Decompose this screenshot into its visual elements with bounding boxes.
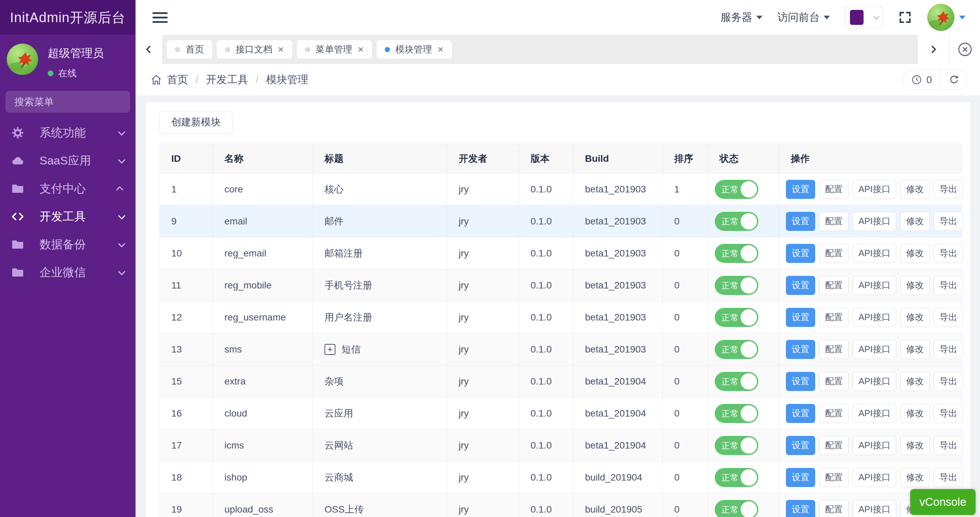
action-config-button[interactable]: 配置 [819, 372, 849, 391]
action-settings-button[interactable]: 设置 [786, 436, 815, 455]
action-api-button[interactable]: API接口 [853, 404, 896, 423]
action-settings-button[interactable]: 设置 [786, 340, 815, 359]
action-settings-button[interactable]: 设置 [786, 308, 815, 327]
status-toggle[interactable]: 正常 [715, 468, 758, 487]
tab-close-icon[interactable]: × [278, 44, 284, 54]
action-edit-button[interactable]: 修改 [900, 404, 930, 423]
status-label: 正常 [722, 248, 738, 259]
sidebar-item-enterprise-wechat[interactable]: 企业微信 [0, 259, 135, 286]
action-edit-button[interactable]: 修改 [900, 372, 930, 391]
action-export-button[interactable]: 导出 [934, 436, 963, 455]
modules-table: ID名称标题开发者版本Build排序状态操作 1core核心jry0.1.0be… [159, 144, 962, 517]
tab-close-icon[interactable]: × [438, 44, 444, 54]
action-edit-button[interactable]: 修改 [900, 340, 930, 359]
create-module-button[interactable]: 创建新模块 [159, 111, 232, 134]
action-export-button[interactable]: 导出 [934, 372, 963, 391]
action-config-button[interactable]: 配置 [819, 500, 849, 517]
cell-name: sms [213, 333, 313, 366]
action-export-button[interactable]: 导出 [934, 212, 963, 231]
breadcrumb-link[interactable]: 开发工具 [206, 73, 248, 86]
sidebar-item-saas-apps[interactable]: SaaS应用 [0, 147, 135, 175]
action-config-button[interactable]: 配置 [819, 404, 849, 423]
action-api-button[interactable]: API接口 [853, 244, 896, 263]
action-config-button[interactable]: 配置 [819, 340, 849, 359]
menu-search-input[interactable] [5, 91, 130, 113]
sidebar-item-payment-center[interactable]: 支付中心 [0, 175, 135, 203]
cell-actions: 设置配置API接口修改导出 [779, 461, 962, 493]
action-export-button[interactable]: 导出 [934, 468, 963, 487]
action-api-button[interactable]: API接口 [853, 500, 896, 517]
action-export-button[interactable]: 导出 [934, 404, 963, 423]
status-toggle[interactable]: 正常 [715, 276, 758, 295]
breadcrumb-link[interactable]: 首页 [167, 73, 188, 86]
action-edit-button[interactable]: 修改 [900, 308, 930, 327]
status-toggle[interactable]: 正常 [715, 436, 758, 455]
tabs-scroll-right-button[interactable] [918, 35, 949, 64]
action-api-button[interactable]: API接口 [853, 212, 896, 231]
status-toggle[interactable]: 正常 [715, 404, 758, 423]
tab-home[interactable]: 首页 [167, 40, 212, 59]
hamburger-menu-icon[interactable] [153, 12, 167, 23]
sidebar-item-data-backup[interactable]: 数据备份 [0, 231, 135, 259]
action-edit-button[interactable]: 修改 [900, 468, 930, 487]
tab-close-icon[interactable]: × [358, 44, 364, 54]
status-toggle[interactable]: 正常 [715, 500, 758, 517]
tab-api-docs[interactable]: 接口文档× [217, 40, 292, 59]
action-settings-button[interactable]: 设置 [786, 212, 815, 231]
tab-module-manage[interactable]: 模块管理× [377, 40, 452, 59]
status-toggle[interactable]: 正常 [715, 180, 758, 199]
status-toggle[interactable]: 正常 [715, 212, 758, 231]
action-config-button[interactable]: 配置 [819, 308, 849, 327]
tab-menu-manage[interactable]: 菜单管理× [297, 40, 372, 59]
frontend-dropdown[interactable]: 访问前台 [777, 10, 830, 24]
tabs-scroll-left-button[interactable] [135, 35, 162, 64]
action-config-button[interactable]: 配置 [819, 436, 849, 455]
clock-icon [911, 74, 922, 85]
refresh-button[interactable] [940, 70, 968, 89]
action-config-button[interactable]: 配置 [819, 212, 849, 231]
action-settings-button[interactable]: 设置 [786, 404, 815, 423]
action-edit-button[interactable]: 修改 [900, 244, 930, 263]
action-settings-button[interactable]: 设置 [786, 372, 815, 391]
action-settings-button[interactable]: 设置 [786, 468, 815, 487]
action-settings-button[interactable]: 设置 [786, 180, 815, 199]
action-export-button[interactable]: 导出 [934, 340, 963, 359]
chevron-down-icon [118, 240, 125, 247]
action-edit-button[interactable]: 修改 [900, 212, 930, 231]
action-api-button[interactable]: API接口 [853, 340, 896, 359]
action-export-button[interactable]: 导出 [934, 180, 963, 199]
action-config-button[interactable]: 配置 [819, 468, 849, 487]
expand-row-icon[interactable]: + [325, 344, 336, 355]
action-api-button[interactable]: API接口 [853, 372, 896, 391]
action-config-button[interactable]: 配置 [819, 244, 849, 263]
status-toggle[interactable]: 正常 [715, 340, 758, 359]
sidebar-item-system-functions[interactable]: 系统功能 [0, 119, 135, 147]
vconsole-button[interactable]: vConsole [910, 489, 975, 515]
action-api-button[interactable]: API接口 [853, 308, 896, 327]
action-export-button[interactable]: 导出 [934, 244, 963, 263]
action-api-button[interactable]: API接口 [853, 180, 896, 199]
status-toggle[interactable]: 正常 [715, 244, 758, 263]
action-settings-button[interactable]: 设置 [786, 244, 815, 263]
action-settings-button[interactable]: 设置 [786, 276, 815, 295]
action-api-button[interactable]: API接口 [853, 436, 896, 455]
action-edit-button[interactable]: 修改 [900, 276, 930, 295]
sidebar-item-dev-tools[interactable]: 开发工具 [0, 203, 135, 231]
fullscreen-icon[interactable] [898, 10, 912, 24]
theme-color-select[interactable] [845, 6, 883, 28]
action-export-button[interactable]: 导出 [934, 276, 963, 295]
user-avatar-menu[interactable] [927, 4, 966, 31]
action-api-button[interactable]: API接口 [853, 468, 896, 487]
action-config-button[interactable]: 配置 [819, 276, 849, 295]
action-edit-button[interactable]: 修改 [900, 436, 930, 455]
action-config-button[interactable]: 配置 [819, 180, 849, 199]
action-api-button[interactable]: API接口 [853, 276, 896, 295]
action-settings-button[interactable]: 设置 [786, 500, 815, 517]
status-toggle[interactable]: 正常 [715, 372, 758, 391]
history-button[interactable]: 0 [903, 70, 940, 89]
action-export-button[interactable]: 导出 [934, 308, 963, 327]
close-all-tabs-button[interactable] [949, 35, 980, 64]
status-toggle[interactable]: 正常 [715, 308, 758, 327]
action-edit-button[interactable]: 修改 [900, 180, 930, 199]
server-dropdown[interactable]: 服务器 [721, 10, 762, 24]
